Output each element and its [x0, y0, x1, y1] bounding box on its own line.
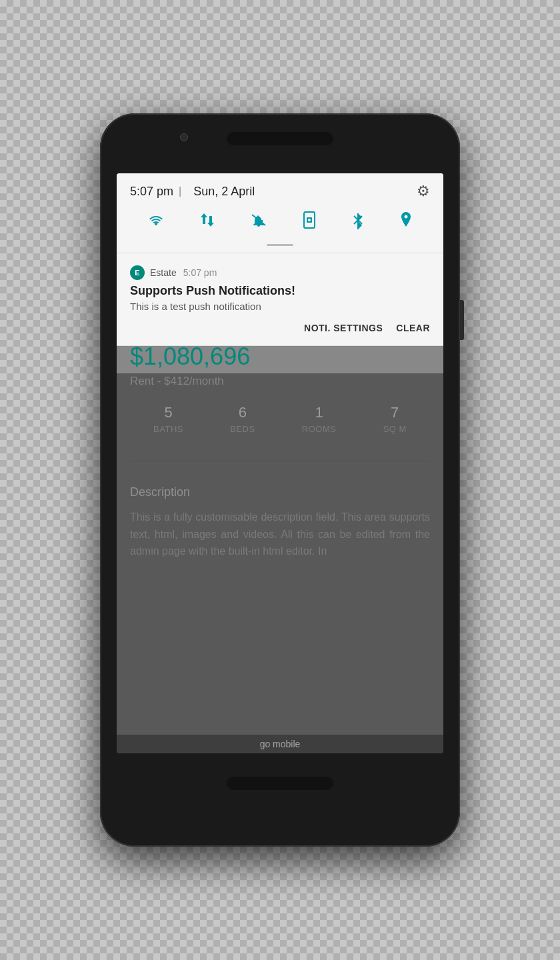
- phone-device: 📷 2 photos $1,080,696 Rent - $412/month …: [100, 113, 460, 847]
- wifi-icon[interactable]: [147, 212, 165, 232]
- phone-screen: 📷 2 photos $1,080,696 Rent - $412/month …: [117, 173, 443, 753]
- app-icon: E: [130, 265, 145, 280]
- notification-actions: NOTI. SETTINGS CLEAR: [130, 320, 430, 341]
- status-time-date: 5:07 pm | Sun, 2 April: [130, 185, 255, 199]
- notification-divider: [117, 253, 443, 253]
- notification-panel: 5:07 pm | Sun, 2 April ⚙: [117, 173, 443, 346]
- data-transfer-icon[interactable]: [199, 211, 215, 233]
- bluetooth-icon[interactable]: [351, 211, 365, 233]
- noti-settings-button[interactable]: NOTI. SETTINGS: [304, 323, 383, 333]
- phone-top: [100, 113, 460, 173]
- pull-handle: [267, 244, 293, 246]
- notification-time: 5:07 pm: [183, 267, 217, 278]
- quick-settings-row: [117, 207, 443, 243]
- notification-header: E Estate 5:07 pm: [130, 265, 430, 280]
- lock-rotation-icon[interactable]: [301, 211, 317, 233]
- status-time: 5:07 pm: [130, 185, 173, 199]
- svg-point-3: [308, 219, 311, 221]
- settings-gear-icon[interactable]: ⚙: [417, 183, 430, 200]
- front-camera: [180, 133, 188, 141]
- notification-body: This is a test push notification: [130, 301, 430, 312]
- status-bar: 5:07 pm | Sun, 2 April ⚙: [117, 173, 443, 207]
- dim-overlay: [117, 373, 443, 753]
- property-price: $1,080,696: [130, 343, 430, 371]
- status-date: Sun, 2 April: [193, 185, 255, 199]
- notification-title: Supports Push Notifications!: [130, 284, 430, 298]
- clear-button[interactable]: CLEAR: [396, 323, 430, 333]
- notification-item: E Estate 5:07 pm Supports Push Notificat…: [117, 259, 443, 345]
- bottom-speaker: [227, 777, 333, 790]
- silent-icon[interactable]: [249, 212, 268, 232]
- power-button[interactable]: [460, 300, 464, 340]
- status-separator: |: [179, 185, 181, 197]
- phone-bottom: [100, 753, 460, 813]
- top-speaker: [227, 132, 333, 145]
- location-icon[interactable]: [399, 211, 413, 233]
- app-icon-text: E: [135, 269, 139, 277]
- app-name: Estate: [150, 267, 177, 278]
- handle-bar: [117, 243, 443, 253]
